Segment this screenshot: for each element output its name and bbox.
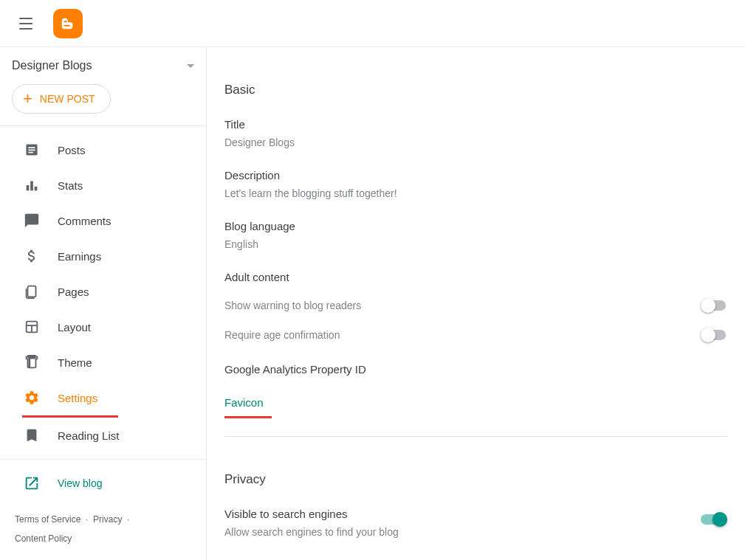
content-policy-link[interactable]: Content Policy bbox=[15, 533, 72, 544]
toggle-require-age: Require age confirmation bbox=[224, 328, 727, 342]
setting-favicon: Favicon bbox=[224, 396, 727, 418]
chevron-down-icon bbox=[187, 64, 194, 68]
sidebar-item-label: Posts bbox=[58, 144, 86, 156]
posts-icon bbox=[24, 142, 40, 158]
sidebar-item-view-blog[interactable]: View blog bbox=[0, 466, 206, 501]
show-warning-toggle[interactable] bbox=[701, 298, 727, 313]
setting-value: Designer Blogs bbox=[224, 136, 727, 148]
sidebar-item-stats[interactable]: Stats bbox=[0, 167, 206, 203]
sidebar-item-reading-list[interactable]: Reading List bbox=[0, 418, 206, 453]
setting-value: Let's learn the blogging stuff together! bbox=[224, 187, 727, 199]
blog-selector[interactable]: Designer Blogs bbox=[0, 47, 206, 84]
section-heading-basic: Basic bbox=[224, 83, 727, 97]
svg-rect-3 bbox=[28, 152, 32, 153]
nav-list-secondary: Reading List bbox=[0, 418, 206, 453]
footer-links: Terms of Service · Privacy · Content Pol… bbox=[0, 501, 206, 558]
svg-rect-1 bbox=[28, 147, 35, 148]
sidebar-item-label: Theme bbox=[58, 356, 92, 369]
nav-list: Posts Stats Comments Earnings Pages Layo… bbox=[0, 132, 206, 415]
sidebar-item-label: Stats bbox=[58, 179, 83, 192]
sidebar-item-pages[interactable]: Pages bbox=[0, 274, 206, 309]
dollar-icon bbox=[24, 248, 40, 264]
gear-icon bbox=[24, 390, 40, 406]
sidebar-item-label: Pages bbox=[58, 286, 89, 298]
sidebar-item-earnings[interactable]: Earnings bbox=[0, 238, 206, 274]
setting-description[interactable]: Description Let's learn the blogging stu… bbox=[224, 169, 727, 199]
hamburger-menu-icon[interactable] bbox=[12, 7, 44, 40]
divider bbox=[0, 125, 206, 126]
pages-icon bbox=[24, 283, 40, 300]
divider bbox=[0, 459, 206, 460]
sidebar-item-label: Comments bbox=[58, 215, 111, 227]
svg-rect-6 bbox=[35, 187, 38, 191]
favicon-link[interactable]: Favicon bbox=[224, 396, 264, 409]
sidebar-item-label: Settings bbox=[58, 392, 97, 404]
setting-ga-property-id[interactable]: Google Analytics Property ID bbox=[224, 363, 727, 376]
privacy-link[interactable]: Privacy bbox=[93, 514, 122, 525]
bookmark-icon bbox=[24, 427, 40, 443]
sidebar-item-settings[interactable]: Settings bbox=[0, 380, 206, 415]
svg-rect-4 bbox=[27, 185, 30, 190]
setting-blog-language[interactable]: Blog language English bbox=[224, 220, 727, 250]
setting-label: Description bbox=[224, 169, 727, 182]
app-header bbox=[0, 0, 745, 47]
sidebar-item-theme[interactable]: Theme bbox=[0, 345, 206, 380]
favicon-indicator bbox=[224, 416, 272, 418]
open-external-icon bbox=[24, 475, 40, 491]
toggle-show-warning: Show warning to blog readers bbox=[224, 298, 727, 313]
setting-label: Google Analytics Property ID bbox=[224, 363, 727, 376]
setting-title[interactable]: Title Designer Blogs bbox=[224, 118, 727, 148]
setting-visible-search: Visible to search engines Allow search e… bbox=[224, 508, 727, 538]
sidebar-item-label: Earnings bbox=[58, 250, 101, 263]
comments-icon bbox=[24, 212, 40, 229]
setting-label: Blog language bbox=[224, 220, 727, 232]
sidebar-item-posts[interactable]: Posts bbox=[0, 132, 206, 167]
setting-value: English bbox=[224, 238, 727, 250]
sidebar-item-label: View blog bbox=[58, 477, 102, 489]
toggle-label: Show warning to blog readers bbox=[224, 300, 361, 311]
new-post-label: NEW POST bbox=[40, 93, 95, 105]
plus-icon: + bbox=[23, 91, 32, 107]
nav-list-tertiary: View blog bbox=[0, 466, 206, 501]
visible-search-toggle[interactable] bbox=[701, 512, 727, 527]
blogger-logo[interactable] bbox=[53, 9, 83, 38]
require-age-toggle[interactable] bbox=[701, 328, 727, 342]
setting-label: Adult content bbox=[224, 271, 727, 283]
toggle-label: Require age confirmation bbox=[224, 329, 340, 341]
blog-selector-title: Designer Blogs bbox=[12, 59, 92, 72]
divider bbox=[224, 436, 727, 437]
layout-icon bbox=[24, 319, 40, 335]
sidebar: Designer Blogs + NEW POST Posts Stats Co… bbox=[0, 47, 207, 560]
sidebar-item-comments[interactable]: Comments bbox=[0, 203, 206, 238]
stats-icon bbox=[24, 177, 40, 193]
new-post-button[interactable]: + NEW POST bbox=[12, 84, 111, 114]
setting-adult-content: Adult content Show warning to blog reade… bbox=[224, 271, 727, 342]
section-heading-privacy: Privacy bbox=[224, 472, 727, 487]
terms-link[interactable]: Terms of Service bbox=[15, 514, 80, 525]
svg-rect-2 bbox=[28, 150, 35, 151]
sidebar-item-label: Layout bbox=[58, 321, 91, 333]
setting-label: Visible to search engines bbox=[224, 508, 399, 520]
blogger-icon bbox=[60, 15, 76, 32]
sidebar-item-label: Reading List bbox=[58, 429, 119, 442]
svg-rect-5 bbox=[30, 182, 33, 191]
setting-desc: Allow search engines to find your blog bbox=[224, 526, 399, 538]
main-content: Basic Title Designer Blogs Description L… bbox=[207, 47, 745, 560]
setting-label: Title bbox=[224, 118, 727, 131]
theme-icon bbox=[24, 354, 40, 370]
sidebar-item-layout[interactable]: Layout bbox=[0, 309, 206, 345]
